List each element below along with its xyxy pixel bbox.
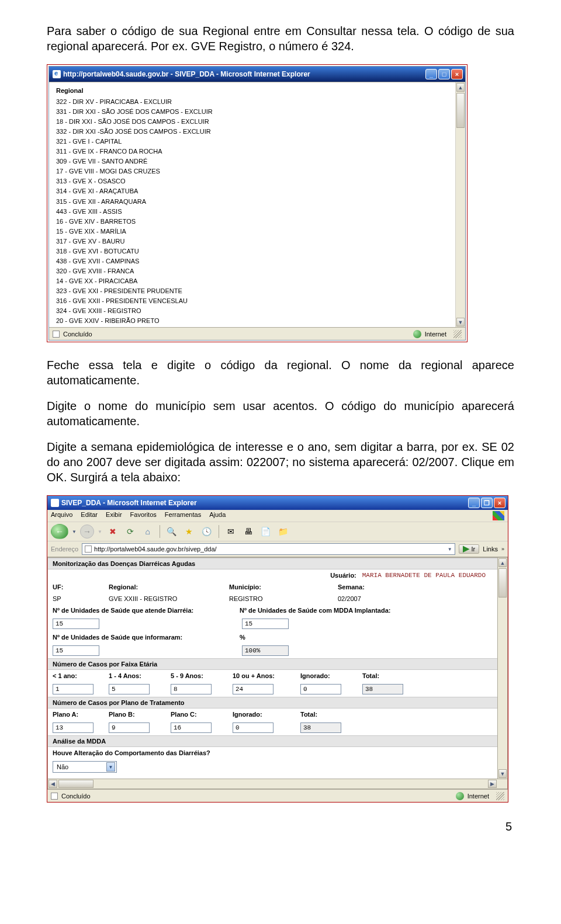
window-title: SIVEP_DDA - Microsoft Internet Explorer (61, 499, 197, 507)
favorites-button[interactable]: ★ (182, 525, 196, 538)
vertical-scrollbar[interactable]: ▲ ▼ (498, 557, 508, 779)
plano-total: 38 (300, 722, 341, 733)
plano-v3[interactable]: 16 (171, 722, 212, 733)
section-main-title: Monitorização das Doenças Diarréicas Agu… (48, 558, 497, 569)
list-item[interactable]: 16 - GVE XIV - BARRETOS (56, 217, 453, 227)
doc-paragraph-3: Digite o nome do município sem usar acen… (47, 398, 514, 429)
faixa-v1[interactable]: 1 (53, 684, 94, 694)
ie-icon (53, 70, 61, 78)
list-item[interactable]: 315 - GVE XII - ARARAQUARA (56, 197, 453, 207)
menu-ferramentas[interactable]: Ferramentas (165, 511, 201, 520)
scroll-thumb[interactable] (58, 780, 94, 788)
menu-editar[interactable]: Editar (81, 511, 98, 520)
status-done: Concluído (63, 331, 92, 338)
forward-dropdown-icon: ▼ (98, 529, 102, 534)
maximize-button[interactable]: □ (438, 69, 450, 79)
list-item[interactable]: 322 - DIR XV - PIRACICABA - EXCLUIR (56, 97, 453, 107)
unid-inform-input[interactable]: 15 (53, 645, 99, 656)
unid-mdda-input[interactable]: 15 (242, 619, 289, 629)
restore-button[interactable]: ❐ (481, 498, 493, 508)
links-label[interactable]: Links (483, 546, 498, 553)
scroll-thumb[interactable] (456, 93, 465, 128)
close-button[interactable]: × (494, 498, 505, 508)
done-icon (51, 793, 58, 800)
list-item[interactable]: 311 - GVE IX - FRANCO DA ROCHA (56, 147, 453, 157)
plano-v1[interactable]: 13 (53, 722, 94, 733)
resize-grip-icon[interactable] (453, 330, 462, 338)
list-item[interactable]: 313 - GVE X - OSASCO (56, 176, 453, 186)
list-item[interactable]: 323 - GVE XXI - PRESIDENTE PRUDENTE (56, 286, 453, 296)
scroll-down-icon[interactable]: ▼ (498, 769, 507, 778)
list-item[interactable]: 324 - GVE XXIII - REGISTRO (56, 306, 453, 316)
list-heading: Regional (56, 86, 453, 96)
mail-button[interactable]: ✉ (224, 525, 238, 538)
list-item[interactable]: 443 - GVE XIII - ASSIS (56, 207, 453, 217)
menu-ajuda[interactable]: Ajuda (209, 511, 226, 520)
scroll-down-icon[interactable]: ▼ (456, 318, 465, 326)
print-button[interactable]: 🖶 (241, 525, 255, 538)
list-item[interactable]: 18 - DIR XXI - SÃO JOSÉ DOS CAMPOS - EXC… (56, 117, 453, 127)
page-number: 5 (47, 820, 514, 833)
stop-button[interactable]: ✖ (106, 525, 120, 538)
list-item[interactable]: 314 - GVE XI - ARAÇATUBA (56, 186, 453, 196)
list-item[interactable]: 332 - DIR XXI -SÃO JOSÉ DOS CAMPOS - EXC… (56, 127, 453, 137)
statusbar: Concluído Internet (49, 327, 465, 340)
scroll-up-icon[interactable]: ▲ (498, 558, 507, 567)
links-chevron-icon[interactable]: » (501, 546, 504, 552)
plano-h2: Plano B: (109, 711, 167, 718)
refresh-button[interactable]: ⟳ (123, 525, 137, 538)
unid-inform-label: Nº de Unidades de Saúde que informaram: (53, 634, 234, 641)
discuss-button[interactable]: 📁 (276, 525, 290, 538)
list-item[interactable]: 331 - DIR XXI - SÃO JOSÉ DOS CAMPOS - EX… (56, 107, 453, 117)
search-button[interactable]: 🔍 (165, 525, 179, 538)
vertical-scrollbar[interactable]: ▲ ▼ (455, 82, 465, 327)
list-item[interactable]: 318 - GVE XVI - BOTUCATU (56, 246, 453, 256)
titlebar: SIVEP_DDA - Microsoft Internet Explorer … (47, 496, 508, 510)
analise-select[interactable]: Não ▼ (53, 761, 117, 773)
scroll-thumb[interactable] (498, 568, 507, 598)
resize-grip-icon[interactable] (496, 792, 504, 800)
unid-atende-input[interactable]: 15 (53, 619, 99, 629)
menu-arquivo[interactable]: Arquivo (51, 511, 72, 520)
close-button[interactable]: × (451, 69, 463, 79)
menu-exibir[interactable]: Exibir (106, 511, 122, 520)
horizontal-scrollbar[interactable]: ◀ ▶ (47, 779, 508, 789)
page-content: Monitorização das Doenças Diarréicas Agu… (47, 557, 498, 779)
menu-favoritos[interactable]: Favoritos (130, 511, 157, 520)
plano-v2[interactable]: 9 (109, 722, 150, 733)
scroll-right-icon[interactable]: ▶ (488, 780, 497, 788)
addressbar: Endereço http://portalweb04.saude.gov.br… (47, 541, 508, 557)
chevron-down-icon[interactable]: ▼ (106, 762, 115, 772)
faixa-v3[interactable]: 8 (171, 684, 212, 694)
faixa-h1: < 1 ano: (53, 672, 105, 679)
list-item[interactable]: 438 - GVE XVII - CAMPINAS (56, 256, 453, 266)
home-button[interactable]: ⌂ (141, 525, 155, 538)
list-item[interactable]: 317 - GVE XV - BAURU (56, 237, 453, 246)
list-item[interactable]: 20 - GVE XXIV - RIBEIRÃO PRETO (56, 316, 453, 326)
list-item[interactable]: 316 - GVE XXII - PRESIDENTE VENCESLAU (56, 296, 453, 306)
url-dropdown-icon[interactable]: ▼ (448, 547, 452, 552)
list-item[interactable]: 321 - GVE I - CAPITAL (56, 137, 453, 147)
minimize-button[interactable]: _ (425, 69, 437, 79)
edit-button[interactable]: 📄 (259, 525, 273, 538)
list-item[interactable]: 17 - GVE VIII - MOGI DAS CRUZES (56, 166, 453, 176)
list-item[interactable]: 15 - GVE XIX - MARÍLIA (56, 227, 453, 237)
history-button[interactable]: 🕓 (200, 525, 214, 538)
minimize-button[interactable]: _ (468, 498, 480, 508)
list-item[interactable]: 320 - GVE XVIII - FRANCA (56, 266, 453, 276)
faixa-v5[interactable]: 0 (300, 684, 341, 694)
faixa-v2[interactable]: 5 (109, 684, 150, 694)
forward-button[interactable]: → (80, 524, 94, 539)
back-dropdown-icon[interactable]: ▼ (72, 529, 77, 534)
plano-v4[interactable]: 0 (233, 722, 273, 733)
col-uf: UF: (53, 583, 105, 590)
back-button[interactable]: ← (51, 524, 68, 539)
scroll-up-icon[interactable]: ▲ (456, 83, 465, 92)
scroll-left-icon[interactable]: ◀ (49, 780, 57, 788)
col-semana: Semana: (338, 583, 408, 590)
go-button[interactable]: Ir (459, 544, 480, 554)
url-input[interactable]: http://portalweb04.saude.gov.br/sivep_dd… (82, 543, 455, 555)
list-item[interactable]: 309 - GVE VII - SANTO ANDRÉ (56, 157, 453, 166)
faixa-v4[interactable]: 24 (233, 684, 273, 694)
list-item[interactable]: 14 - GVE XX - PIRACICABA (56, 276, 453, 286)
